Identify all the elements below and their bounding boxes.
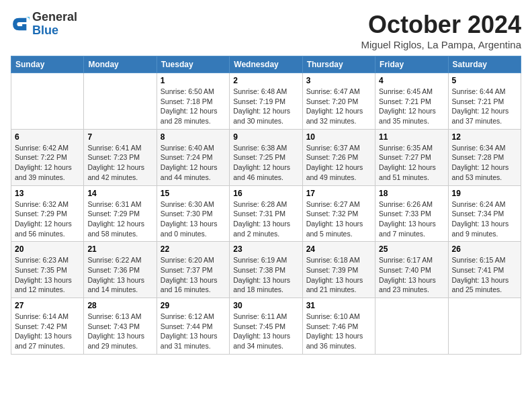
day-number: 26 xyxy=(452,244,517,254)
calendar-cell: 27Sunrise: 6:14 AM Sunset: 7:42 PM Dayli… xyxy=(11,298,84,355)
weekday-header-monday: Monday xyxy=(84,56,157,73)
day-number: 21 xyxy=(87,244,152,254)
day-info: Sunrise: 6:41 AM Sunset: 7:23 PM Dayligh… xyxy=(87,143,152,183)
day-number: 7 xyxy=(87,132,152,142)
day-number: 31 xyxy=(306,301,371,310)
calendar-week-5: 27Sunrise: 6:14 AM Sunset: 7:42 PM Dayli… xyxy=(11,298,521,355)
day-info: Sunrise: 6:32 AM Sunset: 7:29 PM Dayligh… xyxy=(15,199,80,239)
calendar-cell: 20Sunrise: 6:23 AM Sunset: 7:35 PM Dayli… xyxy=(11,242,84,298)
calendar-cell: 1Sunrise: 6:50 AM Sunset: 7:18 PM Daylig… xyxy=(157,73,229,130)
calendar-cell: 16Sunrise: 6:28 AM Sunset: 7:31 PM Dayli… xyxy=(230,185,302,242)
weekday-header-sunday: Sunday xyxy=(11,56,84,73)
day-number: 17 xyxy=(306,189,371,198)
logo-blue: Blue xyxy=(32,24,77,38)
day-number: 27 xyxy=(15,301,80,310)
day-info: Sunrise: 6:27 AM Sunset: 7:32 PM Dayligh… xyxy=(306,199,371,239)
calendar-week-4: 20Sunrise: 6:23 AM Sunset: 7:35 PM Dayli… xyxy=(11,242,521,298)
calendar-cell: 24Sunrise: 6:18 AM Sunset: 7:39 PM Dayli… xyxy=(302,242,375,298)
calendar-cell: 12Sunrise: 6:34 AM Sunset: 7:28 PM Dayli… xyxy=(448,129,521,185)
calendar-cell xyxy=(84,73,157,130)
day-info: Sunrise: 6:30 AM Sunset: 7:30 PM Dayligh… xyxy=(161,199,226,239)
calendar-cell: 30Sunrise: 6:11 AM Sunset: 7:45 PM Dayli… xyxy=(230,298,302,355)
day-info: Sunrise: 6:10 AM Sunset: 7:46 PM Dayligh… xyxy=(306,312,371,351)
day-number: 8 xyxy=(161,132,226,142)
weekday-header-saturday: Saturday xyxy=(448,56,521,73)
calendar-cell xyxy=(448,298,521,355)
day-info: Sunrise: 6:47 AM Sunset: 7:20 PM Dayligh… xyxy=(306,87,371,126)
day-number: 22 xyxy=(161,244,226,254)
day-info: Sunrise: 6:44 AM Sunset: 7:21 PM Dayligh… xyxy=(452,87,517,126)
day-number: 11 xyxy=(379,132,444,142)
calendar-cell: 14Sunrise: 6:31 AM Sunset: 7:29 PM Dayli… xyxy=(84,185,157,242)
calendar-cell: 29Sunrise: 6:12 AM Sunset: 7:44 PM Dayli… xyxy=(157,298,229,355)
day-number: 23 xyxy=(233,244,298,254)
day-info: Sunrise: 6:42 AM Sunset: 7:22 PM Dayligh… xyxy=(15,143,80,183)
day-number: 15 xyxy=(161,189,226,198)
calendar-week-2: 6Sunrise: 6:42 AM Sunset: 7:22 PM Daylig… xyxy=(11,129,521,185)
day-number: 2 xyxy=(233,76,298,85)
day-info: Sunrise: 6:18 AM Sunset: 7:39 PM Dayligh… xyxy=(306,255,371,295)
day-info: Sunrise: 6:11 AM Sunset: 7:45 PM Dayligh… xyxy=(233,312,298,351)
logo: General Blue xyxy=(11,11,77,38)
day-info: Sunrise: 6:20 AM Sunset: 7:37 PM Dayligh… xyxy=(161,255,226,295)
day-number: 10 xyxy=(306,132,371,142)
calendar-cell xyxy=(11,73,84,130)
day-number: 3 xyxy=(306,76,371,85)
logo-icon xyxy=(11,15,30,34)
calendar-table: SundayMondayTuesdayWednesdayThursdayFrid… xyxy=(11,56,521,355)
day-info: Sunrise: 6:34 AM Sunset: 7:28 PM Dayligh… xyxy=(452,143,517,183)
calendar-week-3: 13Sunrise: 6:32 AM Sunset: 7:29 PM Dayli… xyxy=(11,185,521,242)
day-info: Sunrise: 6:28 AM Sunset: 7:31 PM Dayligh… xyxy=(233,199,298,239)
day-info: Sunrise: 6:26 AM Sunset: 7:33 PM Dayligh… xyxy=(379,199,444,239)
day-info: Sunrise: 6:40 AM Sunset: 7:24 PM Dayligh… xyxy=(161,143,226,183)
calendar-cell: 31Sunrise: 6:10 AM Sunset: 7:46 PM Dayli… xyxy=(302,298,375,355)
calendar-cell: 17Sunrise: 6:27 AM Sunset: 7:32 PM Dayli… xyxy=(302,185,375,242)
calendar-cell: 7Sunrise: 6:41 AM Sunset: 7:23 PM Daylig… xyxy=(84,129,157,185)
day-info: Sunrise: 6:37 AM Sunset: 7:26 PM Dayligh… xyxy=(306,143,371,183)
day-info: Sunrise: 6:45 AM Sunset: 7:21 PM Dayligh… xyxy=(379,87,444,126)
weekday-header-thursday: Thursday xyxy=(302,56,375,73)
day-number: 20 xyxy=(15,244,80,254)
calendar-header-row: SundayMondayTuesdayWednesdayThursdayFrid… xyxy=(11,56,521,73)
day-number: 1 xyxy=(161,76,226,85)
day-info: Sunrise: 6:48 AM Sunset: 7:19 PM Dayligh… xyxy=(233,87,298,126)
page-header: General Blue October 2024 Miguel Riglos,… xyxy=(11,11,521,50)
day-info: Sunrise: 6:35 AM Sunset: 7:27 PM Dayligh… xyxy=(379,143,444,183)
day-info: Sunrise: 6:38 AM Sunset: 7:25 PM Dayligh… xyxy=(233,143,298,183)
day-info: Sunrise: 6:17 AM Sunset: 7:40 PM Dayligh… xyxy=(379,255,444,295)
day-number: 24 xyxy=(306,244,371,254)
day-info: Sunrise: 6:19 AM Sunset: 7:38 PM Dayligh… xyxy=(233,255,298,295)
calendar-cell: 3Sunrise: 6:47 AM Sunset: 7:20 PM Daylig… xyxy=(302,73,375,130)
calendar-cell: 23Sunrise: 6:19 AM Sunset: 7:38 PM Dayli… xyxy=(230,242,302,298)
day-number: 14 xyxy=(87,189,152,198)
day-info: Sunrise: 6:15 AM Sunset: 7:41 PM Dayligh… xyxy=(452,255,517,295)
day-number: 13 xyxy=(15,189,80,198)
day-info: Sunrise: 6:13 AM Sunset: 7:43 PM Dayligh… xyxy=(87,312,152,351)
weekday-header-tuesday: Tuesday xyxy=(157,56,229,73)
day-info: Sunrise: 6:50 AM Sunset: 7:18 PM Dayligh… xyxy=(161,87,226,126)
calendar-cell: 19Sunrise: 6:24 AM Sunset: 7:34 PM Dayli… xyxy=(448,185,521,242)
calendar-cell xyxy=(375,298,448,355)
day-info: Sunrise: 6:31 AM Sunset: 7:29 PM Dayligh… xyxy=(87,199,152,239)
day-number: 6 xyxy=(15,132,80,142)
calendar-cell: 26Sunrise: 6:15 AM Sunset: 7:41 PM Dayli… xyxy=(448,242,521,298)
calendar-cell: 6Sunrise: 6:42 AM Sunset: 7:22 PM Daylig… xyxy=(11,129,84,185)
day-number: 19 xyxy=(452,189,517,198)
day-info: Sunrise: 6:14 AM Sunset: 7:42 PM Dayligh… xyxy=(15,312,80,351)
day-number: 4 xyxy=(379,76,444,85)
day-number: 5 xyxy=(452,76,517,85)
logo-text: General Blue xyxy=(32,11,77,38)
calendar-cell: 22Sunrise: 6:20 AM Sunset: 7:37 PM Dayli… xyxy=(157,242,229,298)
weekday-header-wednesday: Wednesday xyxy=(230,56,302,73)
day-number: 25 xyxy=(379,244,444,254)
month-title: October 2024 xyxy=(361,11,521,39)
day-number: 16 xyxy=(233,189,298,198)
calendar-cell: 9Sunrise: 6:38 AM Sunset: 7:25 PM Daylig… xyxy=(230,129,302,185)
day-info: Sunrise: 6:12 AM Sunset: 7:44 PM Dayligh… xyxy=(161,312,226,351)
calendar-cell: 4Sunrise: 6:45 AM Sunset: 7:21 PM Daylig… xyxy=(375,73,448,130)
title-block: October 2024 Miguel Riglos, La Pampa, Ar… xyxy=(361,11,521,50)
calendar-cell: 5Sunrise: 6:44 AM Sunset: 7:21 PM Daylig… xyxy=(448,73,521,130)
calendar-cell: 21Sunrise: 6:22 AM Sunset: 7:36 PM Dayli… xyxy=(84,242,157,298)
day-number: 29 xyxy=(161,301,226,310)
calendar-cell: 18Sunrise: 6:26 AM Sunset: 7:33 PM Dayli… xyxy=(375,185,448,242)
